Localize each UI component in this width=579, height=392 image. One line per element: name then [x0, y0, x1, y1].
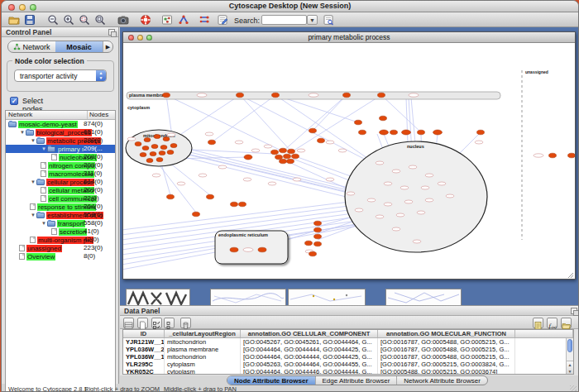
formula-fx-icon[interactable]: f(x) [547, 318, 557, 328]
import-attributes-icon[interactable] [164, 318, 175, 328]
tree-row[interactable]: ▼metabolic process280(0) [6, 136, 115, 145]
file-icon [51, 154, 57, 160]
tree-row[interactable]: cell communicat22(0) [6, 194, 115, 203]
network-frame-titlebar[interactable]: primary metabolic process [123, 32, 575, 43]
search-config-icon[interactable] [323, 14, 334, 26]
tree-row[interactable]: response to stimulu264(0) [6, 203, 115, 211]
open-attribute-folder-icon[interactable] [561, 318, 572, 328]
table-row[interactable]: YLR295Ccytoplasm[GO:0045263, GO:0044464,… [123, 361, 573, 368]
expander-icon[interactable]: ▼ [30, 213, 36, 218]
save-icon[interactable] [24, 14, 36, 26]
table-cell: [GO:0044464, GO:0044444, GO:0044425, G..… [241, 353, 378, 361]
column-header[interactable]: _cellularLayoutRegion [165, 330, 241, 337]
tab-overflow-arrow[interactable]: ▶ [103, 41, 112, 52]
annotation-form-icon[interactable] [217, 14, 228, 26]
tab-network[interactable]: Network [8, 41, 55, 52]
table-cell: YPL036W__1 [123, 353, 165, 361]
tree-row[interactable]: ▼transport558(0) [6, 219, 115, 227]
create-attribute-icon[interactable] [137, 318, 148, 328]
attribute-grid-icon[interactable] [123, 318, 134, 328]
tree-row[interactable]: ▼establishment of lo558(0) [6, 211, 115, 219]
expander-icon[interactable]: ▼ [41, 221, 47, 226]
table-scrollbar[interactable]: ▲▼ [566, 338, 573, 374]
window-titlebar: Cytoscape Desktop (New Session) [2, 1, 578, 12]
attribute-table-body: YJR121W__1mitochondrion[GO:0045267, GO:0… [123, 338, 573, 375]
folder-icon [26, 130, 34, 136]
tree-header: Network Nodes [6, 111, 115, 120]
select-attributes-icon[interactable] [151, 318, 162, 328]
tree-header-network[interactable]: Network [6, 111, 88, 119]
tree-row-label: mosaic-demo-yeast [18, 121, 78, 128]
zoom-selected-region-icon[interactable] [79, 14, 90, 26]
tree-row[interactable]: ▼biological_process651(0) [6, 128, 115, 136]
column-header[interactable]: ID [123, 330, 165, 337]
column-header[interactable]: annotation.GO CELLULAR_COMPONENT [241, 330, 378, 337]
table-row[interactable]: YPL036W__1mitochondrion[GO:0044464, GO:0… [123, 353, 573, 361]
tree-row-count: 209(... [84, 145, 113, 152]
file-icon [41, 195, 46, 202]
layout-icon-2[interactable] [199, 14, 210, 26]
tree-row[interactable]: secretion41(0) [6, 227, 115, 236]
window-resize-grip[interactable] [570, 385, 577, 392]
open-file-icon[interactable] [8, 14, 20, 26]
layout-icon-1[interactable] [178, 14, 189, 26]
tree-row[interactable]: macromolecule311(0) [6, 170, 115, 178]
zoom-fit-icon[interactable] [94, 14, 106, 26]
file-icon [51, 228, 57, 235]
delete-attribute-icon[interactable] [180, 318, 191, 328]
tree-row[interactable]: unassigned223(0) [6, 244, 115, 252]
snapshot-camera-icon[interactable] [117, 14, 129, 26]
zoom-out-icon[interactable] [47, 14, 59, 26]
node-color-combo[interactable]: transporter activity ▲▼ [14, 69, 107, 82]
expander-icon[interactable]: ▼ [30, 138, 36, 143]
search-input[interactable] [261, 15, 307, 25]
tab-mosaic-label: Mosaic [66, 43, 92, 51]
float-panel-icon[interactable] [571, 308, 577, 314]
table-cell: [GO:0044464, GO:0044446, GO:0044444, G..… [241, 368, 378, 375]
tab-edge-attribute-browser[interactable]: Edge Attribute Browser [316, 376, 398, 385]
attribute-note-icon[interactable] [533, 318, 543, 328]
expander-icon[interactable]: ▼ [30, 179, 36, 184]
vizmapper-icon[interactable] [161, 14, 173, 26]
tab-network-attribute-browser[interactable]: Network Attribute Browser [397, 376, 486, 385]
tree-header-nodes[interactable]: Nodes [88, 111, 115, 119]
tree-row[interactable]: nitrogen compo209(0) [6, 161, 115, 170]
frame-resize-grip[interactable] [568, 273, 573, 278]
tree-row[interactable]: cellular metabo209(0) [6, 186, 115, 194]
scrollbar-arrows[interactable]: ▲▼ [567, 361, 573, 374]
tree-row[interactable]: ▼primary metabo209(... [6, 145, 115, 153]
table-row[interactable]: YJR121W__1mitochondrion[GO:0045267, GO:0… [123, 338, 573, 346]
status-welcome: Welcome to Cytoscape 2.8.1 [8, 385, 88, 392]
pill-node-layer[interactable] [127, 93, 543, 253]
network-canvas[interactable]: plasma membrane cytoplasm mitochondrion … [123, 43, 575, 280]
file-icon [19, 253, 25, 260]
table-cell-filler [515, 361, 573, 368]
tab-node-attribute-browser[interactable]: Node Attribute Browser [227, 376, 316, 385]
tree-row[interactable]: Overview8(0) [6, 252, 115, 261]
table-row[interactable]: YPL036W__2plasma membrane[GO:0044464, GO… [123, 346, 573, 353]
tab-mosaic[interactable]: Mosaic [55, 41, 103, 52]
expander-icon[interactable]: ▼ [19, 130, 26, 135]
attribute-table: ID_cellularLayoutRegionannotation.GO CEL… [122, 329, 574, 375]
tree-row[interactable]: nucleobase-209(0) [6, 153, 115, 161]
node-color-selection-label: Node color selection [12, 57, 87, 65]
search-dropdown-arrow[interactable]: ▼ [307, 15, 318, 25]
minimized-window-thumbnail[interactable] [210, 289, 286, 305]
table-cell: mitochondrion [165, 338, 241, 346]
minimized-window-thumbnail[interactable] [288, 289, 366, 305]
float-panel-icon[interactable] [108, 29, 115, 36]
tree-row[interactable]: multi-organism pro42(0) [6, 236, 115, 244]
zoom-in-icon[interactable] [63, 14, 74, 26]
data-panel-toolbar: f(x) [120, 316, 579, 329]
minimized-window-thumbnail[interactable] [126, 289, 190, 305]
expander-icon[interactable]: ▼ [41, 146, 47, 151]
minimized-window-thumbnail[interactable] [385, 289, 462, 305]
table-cell: [GO:0016787, GO:0005488, GO:0005215, G..… [378, 353, 515, 361]
tree-row[interactable]: ▼cellular process614(0) [6, 178, 115, 186]
help-lifesaver-icon[interactable] [140, 14, 151, 26]
column-header[interactable]: annotation.GO MOLECULAR_FUNCTION [378, 330, 515, 337]
scrollbar-thumb[interactable] [567, 339, 572, 352]
table-row[interactable]: YKR052Ccytoplasm[GO:0044464, GO:0044446,… [123, 368, 573, 375]
tree-row[interactable]: mosaic-demo-yeast874(0) [6, 120, 115, 128]
select-nodes-checkbox[interactable]: ✓ [10, 97, 18, 105]
